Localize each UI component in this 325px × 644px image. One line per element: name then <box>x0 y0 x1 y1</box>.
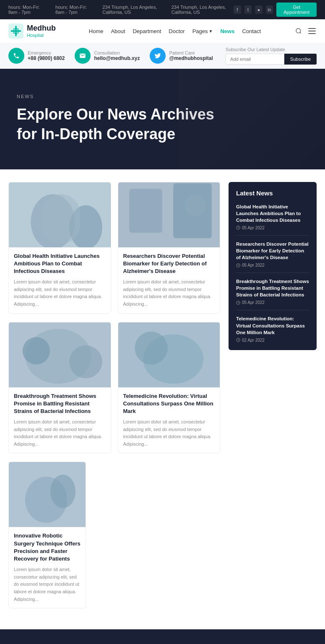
article-card-1[interactable]: Global Health Initiative Launches Ambiti… <box>8 182 111 314</box>
nav-contact[interactable]: Contact <box>242 28 261 34</box>
svg-point-13 <box>184 194 206 216</box>
article-body-3: Breakthrough Treatment Shows Promise in … <box>9 387 111 453</box>
article-image-4 <box>118 322 220 387</box>
article-excerpt-3: Lorem ipsum dolor sit amet, consectetur … <box>14 418 106 448</box>
facebook-icon[interactable]: f <box>234 5 241 14</box>
article-card-2[interactable]: Researchers Discover Potential Biomarker… <box>118 182 221 314</box>
article-excerpt-2: Lorem ipsum dolor sit amet, consectetur … <box>123 278 215 308</box>
get-appointment-button[interactable]: Get Appointment <box>276 3 317 17</box>
clock-icon-4 <box>236 338 240 342</box>
article-card-5[interactable]: Innovative Robotic Surgery Technique Off… <box>8 462 86 608</box>
article-image-2 <box>118 182 220 247</box>
hero-section: NEWS Explore Our News Archives for In-De… <box>0 69 325 169</box>
patient-care-text: Patient Care @medhubhospital <box>169 50 213 61</box>
article-body-4: Telemedicine Revolution: Virtual Consult… <box>118 387 220 453</box>
hamburger-icon[interactable] <box>307 26 317 36</box>
nav-department[interactable]: Department <box>133 28 161 34</box>
clock-icon-2 <box>236 263 240 267</box>
nav-about[interactable]: About <box>111 28 125 34</box>
ln-date-3: 05 Apr 2022 <box>236 300 309 305</box>
ln-title-3: Breakthrough Treatment Shows Promise in … <box>236 278 309 298</box>
consultation-icon <box>75 48 91 64</box>
nav-links: Home About Department Doctor Pages ▼ New… <box>89 28 261 34</box>
latest-news-item-2[interactable]: Researchers Discover Potential Biomarker… <box>236 241 309 273</box>
emergency-text: Emergency +88 (9800) 6802 <box>28 50 65 61</box>
nav-pages-dropdown[interactable]: Pages ▼ <box>192 28 213 34</box>
nav-doctor[interactable]: Doctor <box>169 28 185 34</box>
svg-rect-11 <box>129 189 162 233</box>
article-image-5 <box>9 462 86 527</box>
chevron-down-icon: ▼ <box>209 29 213 34</box>
consultation-text: Consultation hello@medhub.xyz <box>94 50 140 61</box>
linkedin-icon[interactable]: in <box>266 5 273 14</box>
info-bar: Emergency +88 (9800) 6802 Consultation h… <box>0 43 325 69</box>
latest-news-item-4[interactable]: Telemedicine Revolution: Virtual Consult… <box>236 315 309 342</box>
article-body-1: Global Health Initiative Launches Ambiti… <box>9 247 111 313</box>
patient-care-icon <box>150 48 166 64</box>
svg-rect-9 <box>42 194 81 244</box>
ln-date-4: 02 Apr 2022 <box>236 338 309 343</box>
svg-point-23 <box>50 475 75 508</box>
clock-icon-1 <box>236 226 240 230</box>
logo-icon <box>8 23 23 39</box>
main-content: Global Health Initiative Launches Ambiti… <box>0 169 325 630</box>
patient-care-info: Patient Care @medhubhospital <box>150 48 213 64</box>
article-excerpt-5: Lorem ipsum dolor sit amet, consectetur … <box>14 566 81 603</box>
article-title-5: Innovative Robotic Surgery Technique Off… <box>14 532 81 563</box>
article-excerpt-1: Lorem ipsum dolor sit amet, consectetur … <box>14 278 106 308</box>
svg-rect-3 <box>308 28 316 29</box>
emergency-info: Emergency +88 (9800) 6802 <box>8 48 65 64</box>
consultation-info: Consultation hello@medhub.xyz <box>75 48 140 64</box>
top-bar-info: hours: Mon-Fri: 8am - 7pm hours: Mon-Fri… <box>8 5 234 15</box>
nav-news[interactable]: News <box>220 28 234 34</box>
articles-grid: Global Health Initiative Launches Ambiti… <box>8 182 220 617</box>
article-image-3 <box>9 322 111 387</box>
instagram-icon[interactable]: ● <box>255 5 263 14</box>
top-bar-actions: f t ● in Get Appointment <box>234 3 317 17</box>
ln-title-4: Telemedicine Revolution: Virtual Consult… <box>236 315 309 335</box>
article-excerpt-4: Lorem ipsum dolor sit amet, consectetur … <box>123 418 215 448</box>
navbar: Medhub Hospital Home About Department Do… <box>0 19 325 43</box>
ln-title-1: Global Health Initiative Launches Ambiti… <box>236 203 309 223</box>
subscribe-label: Subscribe Our Latest Update <box>226 47 317 52</box>
article-title-2: Researchers Discover Potential Biomarker… <box>123 252 215 275</box>
ln-date-2: 05 Apr 2022 <box>236 263 309 267</box>
logo-text: Medhub Hospital <box>27 24 56 38</box>
subscribe-email-input[interactable] <box>226 54 284 65</box>
subscribe-area: Subscribe Our Latest Update Subscribe <box>226 47 317 65</box>
subscribe-button[interactable]: Subscribe <box>284 54 317 65</box>
svg-point-20 <box>135 331 168 364</box>
emergency-icon <box>8 48 24 64</box>
subscribe-form: Subscribe <box>226 54 317 65</box>
info-items: Emergency +88 (9800) 6802 Consultation h… <box>8 48 213 64</box>
latest-news-item-1[interactable]: Global Health Initiative Launches Ambiti… <box>236 203 309 236</box>
articles-row-1: Global Health Initiative Launches Ambiti… <box>8 182 220 314</box>
footer: Medhub Hospital Sed ut perspiciatis unde… <box>0 629 325 644</box>
svg-point-17 <box>69 345 102 378</box>
logo-sub: Hospital <box>27 33 56 38</box>
tiktok-icon[interactable]: t <box>244 5 252 14</box>
article-body-2: Researchers Discover Potential Biomarker… <box>118 247 220 313</box>
article-title-1: Global Health Initiative Launches Ambiti… <box>14 252 106 275</box>
nav-home[interactable]: Home <box>89 28 104 34</box>
ln-title-2: Researchers Discover Potential Biomarker… <box>236 241 309 261</box>
article-card-4[interactable]: Telemedicine Revolution: Virtual Consult… <box>118 322 221 454</box>
clock-icon-3 <box>236 301 240 305</box>
article-body-5: Innovative Robotic Surgery Technique Off… <box>9 527 86 608</box>
svg-point-2 <box>296 29 301 33</box>
latest-news-item-3[interactable]: Breakthrough Treatment Shows Promise in … <box>236 278 309 310</box>
articles-row-2: Breakthrough Treatment Shows Promise in … <box>8 322 220 454</box>
article-title-3: Breakthrough Treatment Shows Promise in … <box>14 392 106 415</box>
latest-news-box: Latest News Global Health Initiative Lau… <box>229 182 317 350</box>
search-icon[interactable] <box>294 26 303 36</box>
top-bar: hours: Mon-Fri: 8am - 7pm hours: Mon-Fri… <box>0 0 325 19</box>
article-card-3[interactable]: Breakthrough Treatment Shows Promise in … <box>8 322 111 454</box>
articles-row-3: Innovative Robotic Surgery Technique Off… <box>8 462 220 608</box>
article-image-1 <box>9 182 111 247</box>
hours-text-label: hours: Mon-Fri: 8am - 7pm <box>55 5 96 15</box>
logo-name: Medhub <box>27 24 56 33</box>
logo: Medhub Hospital <box>8 23 56 39</box>
sidebar: Latest News Global Health Initiative Lau… <box>229 182 317 617</box>
latest-news-title: Latest News <box>236 190 309 197</box>
svg-point-16 <box>23 337 50 364</box>
